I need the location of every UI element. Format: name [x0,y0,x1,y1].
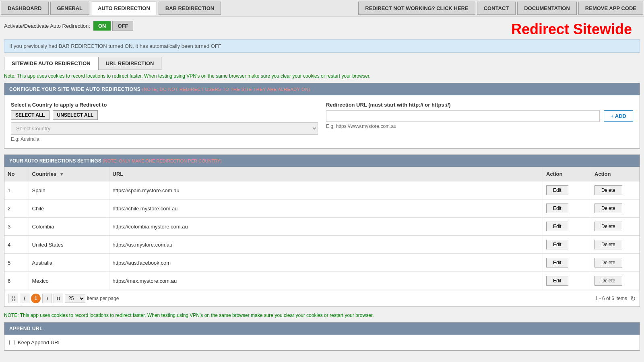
cell-no: 4 [4,236,29,254]
header-left: Activate/Deactivate Auto Redirection: ON… [4,21,511,34]
cell-delete: Delete [591,181,640,200]
activate-off-button[interactable]: OFF [112,21,133,31]
nav-documentation[interactable]: DOCUMENTATION [517,2,577,15]
col-header-action2: Action [591,167,640,181]
col-header-url: URL [109,167,543,181]
nav-redirect-not-working[interactable]: REDIRECT NOT WORKING? CLICK HERE [358,2,475,15]
delete-button[interactable]: Delete [594,222,622,231]
nav-auto-redirection[interactable]: AUTO REDIRECTION [91,2,157,15]
edit-button[interactable]: Edit [546,222,568,231]
url-input[interactable] [326,110,600,122]
select-row: SELECT ALL UNSELECT ALL [11,110,318,120]
select-all-button[interactable]: SELECT ALL [11,110,50,120]
activate-label: Activate/Deactivate Auto Redirection: [4,23,90,29]
nav-right: REDIRECT NOT WORKING? CLICK HERE CONTACT… [357,0,644,16]
tab-sitewide[interactable]: SITEWIDE AUTO REDIRECTION [4,57,98,70]
delete-button[interactable]: Delete [594,276,622,286]
col-header-countries: Countries ▼ [29,167,109,181]
items-per-page-label: items per page [87,296,119,301]
cell-delete: Delete [591,254,640,272]
cell-no: 1 [4,181,29,200]
per-page-select[interactable]: 25 50 100 [65,294,85,303]
tab-url-redirection[interactable]: URL REDIRECTION [98,57,162,70]
cell-delete: Delete [591,200,640,218]
cell-country: Mexico [29,272,109,290]
pagination-summary: 1 - 6 of 6 items [595,296,627,301]
nav-remove-app-code[interactable]: REMOVE APP CODE [578,2,643,15]
table-header: YOUR AUTO REDIRECTIONS SETTINGS (NOTE: O… [4,155,640,167]
cell-url: https://mex.mystore.com.au [109,272,543,290]
filter-icon[interactable]: ▼ [60,172,64,177]
edit-button[interactable]: Edit [546,276,568,286]
country-select[interactable]: Select Country Australia Spain Chile Col… [11,122,318,135]
nav-contact[interactable]: CONTACT [477,2,516,15]
delete-button[interactable]: Delete [594,185,622,195]
configure-header: CONFIGURE YOUR SITE WIDE AUTO REDIRECTIO… [4,83,640,95]
append-section: APPEND URL Keep Append URL [4,322,640,351]
configure-right: Redirection URL (must start with http://… [326,102,633,129]
refresh-button[interactable]: ↻ [630,295,636,302]
cell-delete: Delete [591,218,640,236]
next-page-button[interactable]: ⟩ [42,294,52,303]
delete-button[interactable]: Delete [594,204,622,213]
edit-button[interactable]: Edit [546,240,568,249]
cell-edit: Edit [543,272,591,290]
nav-dashboard[interactable]: DASHBOARD [1,2,49,15]
configure-form: Select a Country to apply a Redirect to … [11,102,633,142]
pagination-left: ⟨⟨ ⟨ 1 ⟩ ⟩⟩ 25 50 100 items per page [8,294,119,303]
unselect-all-button[interactable]: UNSELECT ALL [53,110,98,120]
table-row: 6 Mexico https://mex.mystore.com.au Edit… [4,272,640,290]
table-row: 5 Australia https://aus.facebook.com Edi… [4,254,640,272]
brand-title: Redirect Sitewide [511,21,640,38]
delete-button[interactable]: Delete [594,258,622,267]
url-example: E.g: https://www.mystore.com.au [326,123,633,129]
main-content: Activate/Deactivate Auto Redirection: ON… [0,17,644,359]
cell-edit: Edit [543,254,591,272]
top-navigation: DASHBOARD GENERAL AUTO REDIRECTION BAR R… [0,0,644,17]
col-header-action1: Action [543,167,591,181]
activate-on-button[interactable]: ON [93,21,111,31]
keep-append-url-label[interactable]: Keep Append URL [9,339,635,346]
url-row: + ADD [326,110,633,122]
cell-country: Spain [29,181,109,200]
country-example: E.g: Australia [11,136,318,142]
cell-country: Colombia [29,218,109,236]
configure-note: (NOTE: DO NOT REDIRECT USERS TO THE SITE… [142,87,310,92]
keep-append-url-text: Keep Append URL [18,339,61,346]
cell-url: https://aus.facebook.com [109,254,543,272]
cell-edit: Edit [543,236,591,254]
info-bar: If you previously had BAR REDIRECTION tu… [4,39,640,53]
nav-bar-redirection[interactable]: BAR REDIRECTION [159,2,221,15]
cell-url: https://spain.mystore.com.au [109,181,543,200]
append-header: APPEND URL [4,323,640,335]
pagination-right: 1 - 6 of 6 items ↻ [595,295,636,302]
edit-button[interactable]: Edit [546,204,568,213]
cell-url: https://chile.mystore.com.au [109,200,543,218]
nav-left: DASHBOARD GENERAL AUTO REDIRECTION BAR R… [0,0,357,16]
cell-no: 3 [4,218,29,236]
select-country-label: Select a Country to apply a Redirect to [11,102,318,108]
last-page-button[interactable]: ⟩⟩ [54,294,63,303]
pagination-row: ⟨⟨ ⟨ 1 ⟩ ⟩⟩ 25 50 100 items per page 1 -… [4,290,640,306]
cell-delete: Delete [591,272,640,290]
table-row: 3 Colombia https://colombia.mystore.com.… [4,218,640,236]
delete-button[interactable]: Delete [594,240,622,249]
cell-country: United States [29,236,109,254]
keep-append-url-checkbox[interactable] [9,340,14,345]
cell-country: Australia [29,254,109,272]
redirections-table: No Countries ▼ URL Action Action 1 Spain… [4,167,640,290]
cell-url: https://colombia.mystore.com.au [109,218,543,236]
nav-general[interactable]: GENERAL [50,2,90,15]
country-select-wrapper: Select Country Australia Spain Chile Col… [11,122,318,135]
edit-button[interactable]: Edit [546,185,568,195]
first-page-button[interactable]: ⟨⟨ [8,294,18,303]
add-button[interactable]: + ADD [604,110,633,122]
cell-no: 6 [4,272,29,290]
edit-button[interactable]: Edit [546,258,568,267]
table-header-row: No Countries ▼ URL Action Action [4,167,640,181]
table-row: 1 Spain https://spain.mystore.com.au Edi… [4,181,640,200]
prev-page-button[interactable]: ⟨ [20,294,29,303]
bottom-note: NOTE: This app uses cookies to record lo… [4,313,640,318]
append-body: Keep Append URL [4,335,640,350]
cell-no: 2 [4,200,29,218]
